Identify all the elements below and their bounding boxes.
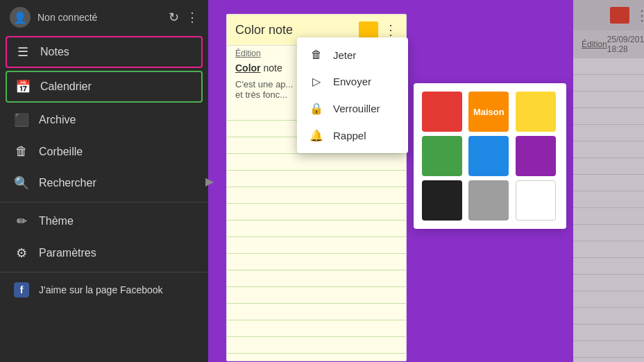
parametres-label: Paramètres <box>39 247 96 259</box>
dropdown-menu: 🗑 Jeter ▷ Envoyer 🔒 Verrouiller 🔔 Rappel <box>297 37 408 153</box>
sidebar-toggle-arrow[interactable]: ▶ <box>205 175 214 188</box>
divider-2 <box>0 272 208 273</box>
more-icon[interactable]: ⋮ <box>186 10 198 25</box>
dropdown-item-verrouiller[interactable]: 🔒 Verrouiller <box>297 95 408 122</box>
right-subheader: Édition 25/09/2017 18:28 <box>573 31 644 58</box>
verrouiller-label: Verrouiller <box>333 103 380 114</box>
jeter-label: Jeter <box>333 49 356 61</box>
calendrier-icon: 📅 <box>15 79 31 94</box>
color-swatch-blue[interactable] <box>468 136 509 176</box>
notes-icon: ☰ <box>15 44 31 60</box>
color-swatch-yellow[interactable] <box>516 92 556 132</box>
right-edition-label: Édition <box>582 40 607 49</box>
corbeille-icon: 🗑 <box>14 144 29 159</box>
dropdown-item-jeter[interactable]: 🗑 Jeter <box>297 42 408 68</box>
main-area: Color note ⋮ Édition Color note C'est un… <box>208 0 644 362</box>
sidebar-item-facebook[interactable]: f J'aime sur la page Facebook <box>0 275 208 304</box>
right-date: 25/09/2017 18:28 <box>607 35 644 54</box>
right-panel: ⋮ Édition 25/09/2017 18:28 <box>573 0 644 362</box>
sidebar-item-corbeille[interactable]: 🗑 Corbeille <box>0 136 208 167</box>
sidebar-item-parametres[interactable]: ⚙ Paramètres <box>0 237 208 269</box>
note-card-container: Color note ⋮ Édition Color note C'est un… <box>219 7 414 355</box>
color-grid: Maison <box>422 92 558 221</box>
sidebar-header: 👤 Non connecté ↻ ⋮ <box>0 0 208 35</box>
jeter-icon: 🗑 <box>310 49 323 61</box>
right-body <box>573 58 644 362</box>
header-icons: ↻ ⋮ <box>169 10 198 25</box>
verrouiller-icon: 🔒 <box>310 102 323 115</box>
sidebar-item-calendrier[interactable]: 📅 Calendrier <box>6 71 203 103</box>
theme-icon: ✏ <box>14 214 29 229</box>
color-swatch-orange[interactable]: Maison <box>468 92 509 132</box>
note-title: Color note <box>235 23 353 37</box>
facebook-label: J'aime sur la page Facebook <box>39 284 163 295</box>
facebook-icon: f <box>14 282 29 298</box>
envoyer-icon: ▷ <box>310 75 323 88</box>
rappel-icon: 🔔 <box>310 129 323 142</box>
sidebar-item-notes[interactable]: ☰ Notes <box>6 36 203 68</box>
sidebar: 👤 Non connecté ↻ ⋮ ☰ Notes 📅 Calendrier … <box>0 0 208 362</box>
notes-label: Notes <box>40 46 69 58</box>
calendrier-label: Calendrier <box>40 80 92 93</box>
color-swatch-black[interactable] <box>422 180 462 221</box>
refresh-icon[interactable]: ↻ <box>169 10 179 25</box>
right-panel-header: ⋮ <box>573 0 644 31</box>
rechercher-label: Rechercher <box>39 177 96 189</box>
dropdown-item-rappel[interactable]: 🔔 Rappel <box>297 122 408 149</box>
user-label: Non connecté <box>37 12 97 23</box>
sidebar-item-theme[interactable]: ✏ Thème <box>0 205 208 237</box>
color-picker-panel: Maison <box>414 83 566 229</box>
archive-label: Archive <box>39 114 76 126</box>
rechercher-icon: 🔍 <box>14 175 29 191</box>
note-color-indicator <box>359 21 378 38</box>
rappel-label: Rappel <box>333 130 366 141</box>
envoyer-label: Envoyer <box>333 76 371 87</box>
archive-icon: ⬛ <box>14 112 29 128</box>
avatar: 👤 <box>10 7 31 28</box>
sidebar-item-rechercher[interactable]: 🔍 Rechercher <box>0 167 208 199</box>
sidebar-item-archive[interactable]: ⬛ Archive <box>0 104 208 136</box>
sidebar-nav: ☰ Notes 📅 Calendrier ⬛ Archive 🗑 Corbeil… <box>0 35 208 362</box>
color-swatch-purple[interactable] <box>516 136 556 176</box>
parametres-icon: ⚙ <box>14 245 29 261</box>
color-swatch-white[interactable] <box>516 180 556 221</box>
corbeille-label: Corbeille <box>39 146 83 158</box>
dropdown-item-envoyer[interactable]: ▷ Envoyer <box>297 68 408 95</box>
note-menu-button[interactable]: ⋮ <box>384 21 398 38</box>
color-swatch-gray[interactable] <box>468 180 509 221</box>
right-color-indicator <box>610 7 629 24</box>
right-menu-button[interactable]: ⋮ <box>635 7 644 24</box>
theme-label: Thème <box>39 215 74 227</box>
color-swatch-green[interactable] <box>422 136 462 176</box>
divider <box>0 202 208 202</box>
user-info: 👤 Non connecté <box>10 7 97 28</box>
color-swatch-red[interactable] <box>422 92 462 132</box>
